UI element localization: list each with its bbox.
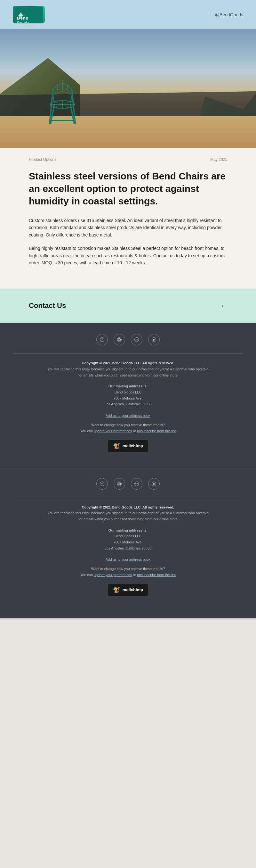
svg-point-21 [117, 338, 121, 342]
content-area: Product Options May 2021 Stainless steel… [0, 148, 256, 289]
company-name-1: Bend Goods LLC [115, 390, 141, 394]
footer-description-1: You are receiving this email because you… [47, 367, 209, 377]
svg-text:P: P [153, 482, 155, 486]
mailchimp-text-1: mailchimp [122, 443, 143, 448]
footer-description-2: You are receiving this email because you… [47, 511, 209, 521]
cta-arrow-icon: → [216, 300, 227, 311]
body-paragraph-1: Custom stainless orders use 316 Stainles… [29, 217, 227, 238]
logo: Bend Goods [13, 6, 45, 23]
footer-prefs-1: Want to change how you receive these ema… [13, 422, 243, 434]
mailchimp-icon-2: 🐒 [113, 586, 120, 593]
facebook-icon[interactable]: f [96, 334, 108, 345]
hero-image [0, 29, 256, 148]
main-heading: Stainless steel versions of Bend Chairs … [29, 170, 227, 207]
mailing-label: Our mailing address is: [108, 384, 148, 388]
mail-icon[interactable] [131, 334, 142, 345]
svg-text:f: f [102, 338, 103, 342]
date-label: May 2021 [210, 157, 227, 162]
facebook-icon-2[interactable]: f [96, 478, 108, 490]
update-prefs-link-2[interactable]: update your preferences [94, 573, 132, 577]
address-line2-2: Los Angeles, California 90038 [105, 546, 151, 550]
chair-image [42, 71, 86, 125]
address-line2-1: Los Angeles, California 90038 [105, 402, 151, 406]
svg-point-34 [120, 483, 120, 483]
cta-text: Contact Us [29, 302, 66, 310]
svg-text:P: P [153, 338, 155, 342]
footer-address-1: Our mailing address is: Bend Goods LLC 7… [13, 383, 243, 407]
copyright-bold-2: Copyright © 2021 Bend Goods LLC, All rig… [82, 505, 174, 509]
copyright-bold: Copyright © 2021 Bend Goods LLC, All rig… [82, 361, 174, 365]
mailchimp-icon-1: 🐒 [113, 442, 120, 450]
svg-point-24 [120, 339, 120, 339]
social-handle: @BendGoods [215, 12, 243, 17]
update-prefs-link-1[interactable]: update your preferences [94, 429, 132, 433]
company-name-2: Bend Goods LLC [115, 534, 141, 538]
add-address-link-2[interactable]: Add us to your address book [106, 558, 150, 561]
add-address-link-1[interactable]: Add us to your address book [106, 414, 150, 417]
prefs-line2-2: You can update your preferences or unsub… [80, 573, 176, 577]
footer-divider-1 [13, 353, 243, 354]
footer-divider-2 [13, 498, 243, 498]
mailchimp-text-2: mailchimp [122, 587, 143, 592]
meta-row: Product Options May 2021 [29, 157, 227, 162]
mail-icon-2[interactable] [131, 478, 142, 490]
footer-copyright-1: Copyright © 2021 Bend Goods LLC, All rig… [13, 360, 243, 378]
email-wrapper: Bend Goods @BendGoods [0, 0, 256, 618]
prefs-text-2: Want to change how you receive these ema… [91, 567, 165, 571]
footer-social-icons: f P [13, 334, 243, 345]
mailchimp-badge-1[interactable]: 🐒 mailchimp [108, 440, 148, 452]
prefs-line2: You can update your preferences or unsub… [80, 429, 176, 433]
address-line1-1: 7007 Melrose Ave. [114, 396, 143, 400]
svg-text:Bend: Bend [17, 16, 29, 21]
footer-prefs-2: Want to change how you receive these ema… [13, 566, 243, 578]
footer-2: f P [0, 468, 256, 618]
svg-text:Goods: Goods [17, 21, 30, 23]
unsubscribe-link-1[interactable]: unsubscribe from this list [137, 429, 176, 433]
footer-address-2: Our mailing address is: Bend Goods LLC 7… [13, 527, 243, 552]
footer-1: f P [0, 323, 256, 468]
mailchimp-badge-2[interactable]: 🐒 mailchimp [108, 584, 148, 596]
hero-floor [0, 116, 256, 148]
svg-point-23 [119, 339, 120, 340]
chair-svg [42, 71, 86, 125]
address-line1-2: 7007 Melrose Ave. [114, 540, 143, 544]
unsubscribe-link-2[interactable]: unsubscribe from this list [137, 573, 176, 577]
footer-social-icons-2: f P [13, 468, 243, 490]
prefs-text-1: Want to change how you receive these ema… [91, 423, 165, 427]
instagram-icon[interactable] [114, 334, 125, 345]
instagram-icon-2[interactable] [114, 478, 125, 490]
pinterest-icon-2[interactable]: P [148, 478, 160, 490]
svg-text:f: f [102, 482, 103, 486]
body-paragraph-2: Being highly resistant to corrosion make… [29, 245, 227, 266]
mailing-label-2: Our mailing address is: [108, 528, 148, 532]
pinterest-icon[interactable]: P [148, 334, 160, 345]
svg-point-33 [119, 483, 120, 485]
logo-svg: Bend Goods [14, 7, 43, 23]
category-label: Product Options [29, 157, 56, 162]
svg-point-31 [117, 482, 121, 486]
email-header: Bend Goods @BendGoods [0, 0, 256, 29]
cta-section[interactable]: Contact Us → [0, 289, 256, 323]
footer-copyright-2: Copyright © 2021 Bend Goods LLC, All rig… [13, 504, 243, 522]
